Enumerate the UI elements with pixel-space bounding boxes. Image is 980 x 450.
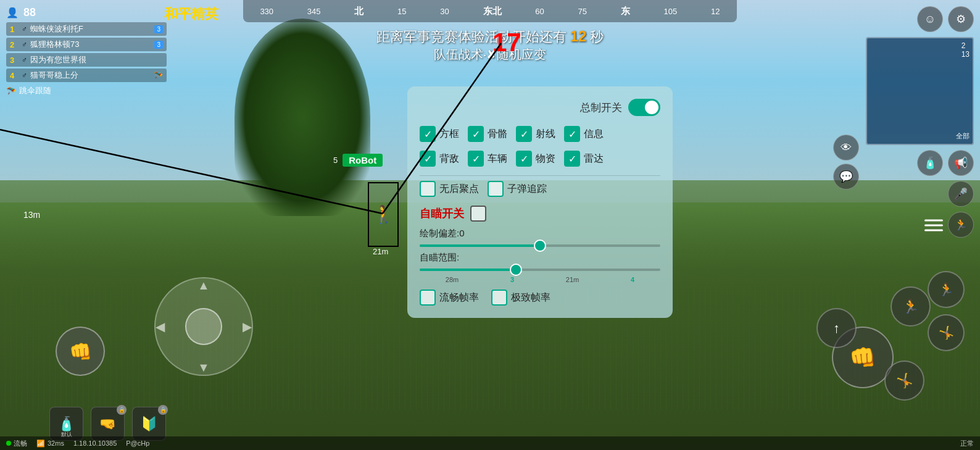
checkbox-liuchang[interactable]: ✓ 流畅帧率 <box>420 290 479 306</box>
all-label: 全部 <box>956 131 970 141</box>
cb-beidi[interactable]: ✓ <box>420 151 436 167</box>
cb-jizhi[interactable]: ✓ <box>491 290 507 306</box>
checkbox-shexian[interactable]: ✓ 射线 <box>516 126 555 142</box>
hamburger-menu[interactable] <box>924 219 943 231</box>
checkbox-cheliang[interactable]: ✓ 车辆 <box>468 151 507 167</box>
compass-330: 330 <box>260 7 273 16</box>
hud-container: 330 345 北 15 30 东北 60 75 东 105 12 17 距离军… <box>0 0 980 450</box>
joystick-outer[interactable]: ▲ ▼ ◀ ▶ <box>154 277 253 376</box>
autoaim-range-fill <box>420 269 516 271</box>
char-distance-label: 21m <box>373 247 388 256</box>
punch-button[interactable]: 👊 <box>56 327 105 376</box>
compass-bar: 330 345 北 15 30 东北 60 75 东 105 12 <box>243 0 737 22</box>
bottom-checkboxes: ✓ 流畅帧率 ✓ 极致帧率 <box>420 290 660 306</box>
compass-east: 东 <box>621 6 630 17</box>
checkbox-row-extra: ✓ 无后聚点 ✓ 子弹追踪 <box>420 181 660 197</box>
compass-30: 30 <box>440 7 449 16</box>
dpad-up[interactable]: ▲ <box>197 278 210 293</box>
checkbox-beidi[interactable]: ✓ 背敌 <box>420 151 459 167</box>
player-list: 👤 88 1 ♂ 蜘蛛侠波利托F 3 2 ♂ 狐狸格林顿73 3 3 ♂ 因为有… <box>6 6 167 96</box>
draw-offset-fill <box>420 244 540 247</box>
draw-offset-track[interactable] <box>420 244 660 247</box>
status-ping: 📶 32ms <box>36 440 64 448</box>
melee-button[interactable]: 🤜 🔒 <box>91 407 125 441</box>
red-number: 17 <box>492 28 521 57</box>
dpad-down[interactable]: ▼ <box>197 360 210 375</box>
bottom-left-icons: 🧴 默认 🤜 🔒 🔰 🔒 <box>49 407 166 441</box>
inventory-button[interactable]: 🧴 默认 <box>49 407 83 441</box>
status-right: 正常 <box>960 439 974 448</box>
smiley-button[interactable]: ☺ <box>917 6 943 32</box>
draw-offset-thumb[interactable] <box>534 240 546 252</box>
dpad-left[interactable]: ◀ <box>156 319 165 334</box>
status-bar: 流畅 📶 32ms 1.18.10.10385 P@cHp 正常 <box>0 436 980 450</box>
compass-345: 345 <box>307 7 321 16</box>
checkbox-guluo[interactable]: ✓ 骨骼 <box>468 126 507 142</box>
small-action-button[interactable]: 🏃 <box>891 286 931 327</box>
cb-fangkuang[interactable]: ✓ <box>420 126 436 142</box>
cb-cheliang[interactable]: ✓ <box>468 151 484 167</box>
lock-badge: 🔒 <box>117 405 127 415</box>
chat-button[interactable]: 💬 <box>833 164 859 190</box>
autoaim-range-thumb[interactable] <box>510 264 522 276</box>
right-btn-1[interactable]: 🏃 <box>928 271 965 308</box>
right-icons-row-4: 🏃 <box>948 212 974 238</box>
throwable-button[interactable]: 🔰 🔒 <box>132 407 166 441</box>
speaker-button[interactable]: 📢 <box>948 150 974 176</box>
cb-wuzi[interactable]: ✓ <box>516 151 532 167</box>
checkbox-row-1: ✓ 方框 ✓ 骨骼 ✓ 射线 ✓ 信息 <box>420 126 660 142</box>
dpad-right[interactable]: ▶ <box>243 319 252 334</box>
checkbox-wuzi[interactable]: ✓ 物资 <box>516 151 555 167</box>
cb-liuchang[interactable]: ✓ <box>420 290 436 306</box>
draw-offset-label: 绘制偏差:0 <box>420 228 660 240</box>
cb-zidan[interactable]: ✓ <box>488 181 504 197</box>
autoaim-row: 自瞄开关 <box>420 206 660 222</box>
checkbox-row-2: ✓ 背敌 ✓ 车辆 ✓ 物资 ✓ 雷达 <box>420 151 660 167</box>
autoaim-range-track[interactable] <box>420 269 660 271</box>
right-hud: ☺ ⚙ 213 全部 🧴 📢 🎤 🏃 <box>866 6 974 238</box>
run-button[interactable]: 🏃 <box>948 212 974 238</box>
cb-shexian[interactable]: ✓ <box>516 126 532 142</box>
compass-15: 15 <box>397 7 406 16</box>
joystick[interactable]: ▲ ▼ ◀ ▶ <box>148 277 259 388</box>
cb-xinxi[interactable]: ✓ <box>564 126 580 142</box>
potion-button[interactable]: 🧴 <box>917 150 943 176</box>
right-btn-2[interactable]: 🤸 <box>928 314 965 351</box>
checkbox-fangkuang[interactable]: ✓ 方框 <box>420 126 459 142</box>
autoaim-range-section: 自瞄范围: 28m 3 21m 4 <box>420 252 660 283</box>
lying-button[interactable]: 🤸 <box>884 360 924 401</box>
minimap-score: 213 <box>961 41 970 59</box>
settings-button[interactable]: ⚙ <box>948 6 974 32</box>
eye-button[interactable]: 👁 <box>833 135 859 160</box>
parachute-follow: 🪂 跳伞跟随 <box>6 85 167 96</box>
player-item: 4 ♂ 猫哥哥稳上分 🪂 <box>6 69 167 82</box>
joystick-inner[interactable] <box>185 308 222 345</box>
checkbox-xinxi[interactable]: ✓ 信息 <box>564 126 604 142</box>
cb-guluo[interactable]: ✓ <box>468 126 484 142</box>
status-id: P@cHp <box>126 440 149 447</box>
right-icons-row-2: 🧴 📢 <box>917 150 974 176</box>
minimap[interactable]: 213 全部 <box>866 37 974 145</box>
checkbox-jizhi[interactable]: ✓ 极致帧率 <box>491 290 550 306</box>
status-version: 1.18.10.10385 <box>73 440 117 447</box>
notification-line2: 队伍战术·✘随机应变 <box>376 46 604 63</box>
checkbox-zidan[interactable]: ✓ 子弹追踪 <box>488 181 547 197</box>
player-item: 3 ♂ 因为有您世界很 <box>6 53 167 67</box>
autoaim-checkbox[interactable] <box>470 206 486 222</box>
cb-leida[interactable]: ✓ <box>564 151 580 167</box>
panel-header: 总制开关 <box>420 99 660 116</box>
cb-wuhou[interactable]: ✓ <box>420 181 436 197</box>
jump-button[interactable]: ↑ <box>816 308 857 348</box>
player-item: 1 ♂ 蜘蛛侠波利托F 3 <box>6 22 167 36</box>
toggle-switch[interactable] <box>628 99 660 116</box>
player-item: 2 ♂ 狐狸格林顿73 3 <box>6 38 167 51</box>
autoaim-label: 自瞄开关 <box>420 206 464 221</box>
checkbox-leida[interactable]: ✓ 雷达 <box>564 151 604 167</box>
compass-105: 105 <box>664 7 678 16</box>
mic-button[interactable]: 🎤 <box>948 181 974 207</box>
right-icons-row: ☺ ⚙ <box>917 6 974 32</box>
checkbox-wuhou[interactable]: ✓ 无后聚点 <box>420 181 479 197</box>
settings-panel: 总制开关 ✓ 方框 ✓ 骨骼 ✓ 射线 ✓ 信息 ✓ <box>407 86 673 318</box>
notification-line1: 距离军事竞赛体验活动开始还有 12 秒 <box>376 28 604 46</box>
compass-northeast: 东北 <box>483 6 502 17</box>
